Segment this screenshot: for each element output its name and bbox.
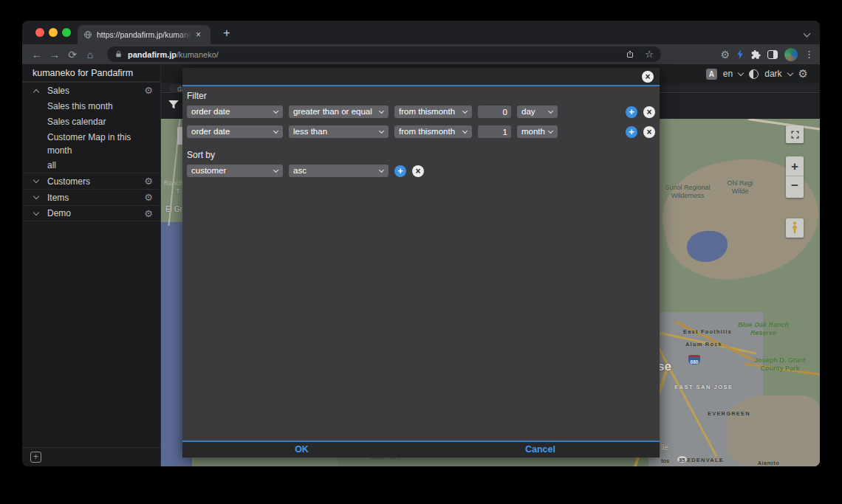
select-value: asc bbox=[293, 166, 307, 175]
select-value: from thismonth bbox=[399, 127, 455, 136]
chevron-down-icon bbox=[738, 69, 744, 75]
sidebar-item-label: Sales bbox=[47, 86, 69, 96]
ok-button[interactable]: OK bbox=[182, 442, 421, 458]
forward-button[interactable]: → bbox=[46, 49, 64, 61]
route-85-shield: 85 bbox=[677, 455, 688, 463]
field-select[interactable]: order date bbox=[187, 106, 283, 118]
map-label: EAST SAN JOSE bbox=[674, 383, 756, 391]
map-label: lle bbox=[661, 443, 668, 452]
cancel-button[interactable]: Cancel bbox=[421, 442, 660, 458]
theme-select[interactable]: dark bbox=[764, 69, 781, 79]
sidebar-item-sales-this-month[interactable]: Sales this month bbox=[22, 98, 160, 114]
unit-select[interactable]: day bbox=[517, 106, 558, 118]
operator-select[interactable]: greater than or equal bbox=[289, 106, 389, 118]
zoom-control: + − bbox=[786, 156, 804, 198]
sidebar-item-customer-map[interactable]: Customer Map in this month bbox=[22, 129, 148, 157]
traffic-minimize-button[interactable] bbox=[49, 28, 58, 37]
sidebar-item-customers[interactable]: Customers ⚙ bbox=[22, 173, 160, 189]
field-select[interactable]: order date bbox=[187, 125, 283, 138]
tab-close-icon[interactable]: × bbox=[196, 30, 201, 40]
zoom-out-button[interactable]: − bbox=[786, 176, 804, 197]
add-filter-button[interactable]: + bbox=[626, 126, 637, 138]
remove-filter-button[interactable]: × bbox=[643, 126, 655, 138]
select-value: order date bbox=[191, 107, 230, 116]
browser-tab[interactable]: https://pandafirm.jp/kumaneko × bbox=[78, 25, 210, 44]
extension-gear-icon[interactable]: ⚙ bbox=[720, 49, 730, 61]
add-filter-button[interactable]: + bbox=[626, 106, 637, 118]
settings-gear-icon[interactable]: ⚙ bbox=[798, 67, 808, 80]
home-button[interactable]: ⌂ bbox=[81, 49, 99, 61]
sort-row: customer asc + × bbox=[187, 165, 655, 177]
remove-filter-button[interactable]: × bbox=[643, 106, 655, 118]
sidebar-item-label: Items bbox=[47, 193, 69, 203]
chevron-down-icon bbox=[33, 177, 39, 183]
sort-direction-select[interactable]: asc bbox=[289, 165, 389, 177]
add-sort-button[interactable]: + bbox=[394, 165, 406, 177]
chevron-down-icon bbox=[379, 128, 384, 134]
extensions-puzzle-icon[interactable] bbox=[750, 49, 761, 60]
globe-favicon-icon bbox=[83, 30, 92, 39]
dialog-close-button[interactable]: × bbox=[642, 71, 654, 83]
address-bar[interactable]: pandafirm.jp /kumaneko/ ☆ bbox=[107, 46, 661, 62]
chevron-down-icon bbox=[273, 108, 278, 114]
sort-section-label: Sort by bbox=[187, 150, 655, 160]
browser-menu-icon[interactable]: ⋮ bbox=[804, 49, 814, 60]
sidebar-item-sales-calendar[interactable]: Sales calendar bbox=[22, 114, 160, 129]
side-panel-icon[interactable] bbox=[767, 50, 778, 59]
sidebar-item-all[interactable]: all bbox=[22, 157, 160, 173]
new-tab-button[interactable]: + bbox=[220, 27, 233, 40]
profile-avatar[interactable] bbox=[784, 48, 798, 61]
share-icon[interactable] bbox=[626, 49, 634, 59]
interstate-680-shield: 680 bbox=[688, 355, 700, 365]
sidebar-item-demo[interactable]: Demo ⚙ bbox=[22, 205, 160, 221]
browser-tab-bar: https://pandafirm.jp/kumaneko × + bbox=[22, 21, 820, 44]
sidebar-item-items[interactable]: Items ⚙ bbox=[22, 189, 160, 205]
back-button[interactable]: ← bbox=[28, 49, 46, 61]
tab-search-chevron-icon[interactable] bbox=[804, 30, 811, 38]
filter-row: order date less than from thismonth mont… bbox=[187, 125, 655, 138]
unit-select[interactable]: month bbox=[517, 125, 558, 138]
operator-select[interactable]: less than bbox=[289, 125, 389, 138]
map-label: Alum Rock bbox=[671, 340, 737, 348]
offset-value-input[interactable] bbox=[478, 125, 511, 138]
translate-icon[interactable]: A bbox=[706, 69, 717, 80]
reload-button[interactable]: ⟳ bbox=[64, 49, 81, 61]
sales-gear-icon[interactable]: ⚙ bbox=[144, 85, 153, 96]
filter-funnel-icon[interactable] bbox=[167, 98, 180, 111]
chevron-down-icon bbox=[548, 128, 553, 134]
chevron-down-icon bbox=[462, 128, 468, 134]
chevron-up-icon bbox=[33, 89, 39, 94]
base-date-select[interactable]: from thismonth bbox=[394, 106, 472, 118]
tab-title: https://pandafirm.jp/kumaneko bbox=[97, 30, 191, 39]
pegman-street-view[interactable] bbox=[786, 218, 804, 238]
filter-section-label: Filter bbox=[187, 91, 655, 101]
map-road bbox=[748, 119, 820, 131]
map-label: tos bbox=[661, 457, 669, 465]
lock-icon bbox=[114, 50, 123, 58]
app-title: kumaneko for Pandafirm bbox=[22, 64, 160, 82]
traffic-close-button[interactable] bbox=[35, 28, 44, 37]
add-app-button[interactable]: + bbox=[30, 452, 41, 463]
chevron-down-icon bbox=[787, 69, 793, 75]
traffic-zoom-button[interactable] bbox=[62, 28, 71, 37]
fullscreen-button[interactable] bbox=[786, 125, 804, 143]
select-value: order date bbox=[191, 127, 230, 136]
chevron-down-icon bbox=[548, 108, 553, 114]
sidebar-item-sales[interactable]: Sales ⚙ bbox=[22, 82, 160, 98]
map-label: Alamito bbox=[758, 459, 779, 466]
remove-sort-button[interactable]: × bbox=[412, 165, 424, 177]
contrast-icon bbox=[749, 69, 759, 79]
map-label: Sunol Regional Wilderness bbox=[654, 184, 721, 200]
sort-field-select[interactable]: customer bbox=[187, 165, 283, 177]
customers-gear-icon[interactable]: ⚙ bbox=[144, 176, 153, 187]
demo-gear-icon[interactable]: ⚙ bbox=[144, 208, 153, 219]
app-sidebar: kumaneko for Pandafirm Sales ⚙ Sales thi… bbox=[22, 64, 161, 466]
base-date-select[interactable]: from thismonth bbox=[394, 125, 472, 138]
offset-value-input[interactable] bbox=[478, 106, 511, 118]
bookmark-star-icon[interactable]: ☆ bbox=[645, 49, 654, 60]
items-gear-icon[interactable]: ⚙ bbox=[144, 192, 153, 203]
zoom-in-button[interactable]: + bbox=[786, 156, 804, 176]
language-select[interactable]: en bbox=[723, 69, 733, 79]
select-value: month bbox=[521, 127, 545, 136]
extension-bolt-icon[interactable] bbox=[736, 49, 744, 60]
